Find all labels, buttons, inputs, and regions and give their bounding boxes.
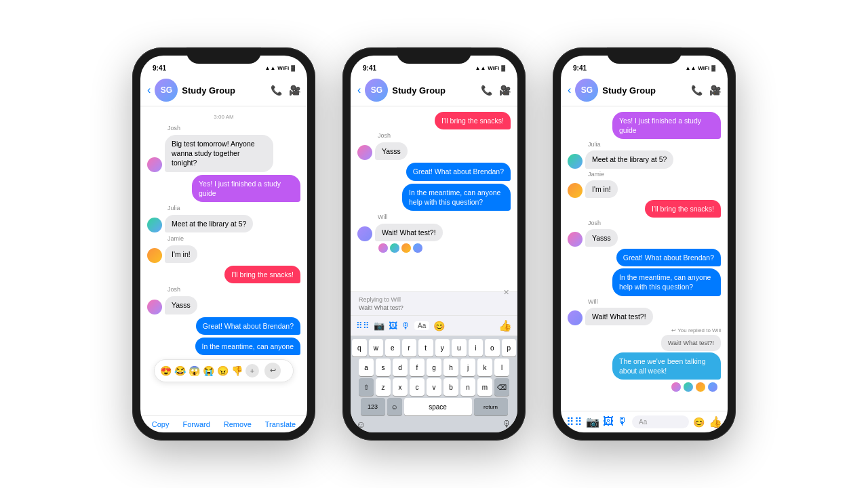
key-p[interactable]: p [502,339,517,357]
video-icon-3[interactable]: 🎥 [709,85,721,96]
key-delete[interactable]: ⌫ [494,378,509,396]
keyboard-2[interactable]: q w e r t y u i o p a s d [351,336,517,432]
message-input-3[interactable]: Aa [632,415,689,428]
reaction-angry[interactable]: 😠 [217,365,229,376]
camera-icon-3[interactable]: 📷 [586,415,599,428]
bubble-2: Yes! I just finished a study guide [192,175,300,202]
apps-icon-3[interactable]: ⠿⠿ [566,415,583,428]
kb-apps-icon[interactable]: ⠿⠿ [356,321,370,331]
key-emoji-kb[interactable]: ☺ [387,398,402,415]
key-n[interactable]: n [460,378,475,396]
key-i[interactable]: i [469,339,484,357]
key-b[interactable]: b [443,378,458,396]
key-k[interactable]: k [477,359,492,376]
thumbsup-send-3[interactable]: 👍 [709,415,722,428]
key-h[interactable]: h [443,359,458,376]
key-u[interactable]: u [452,339,467,357]
reaction-thumbsdown[interactable]: 👎 [231,365,243,376]
status-icons-1: ▲▲ WiFi ▓ [265,65,296,71]
messages-3: Yes! I just finished a study guide Julia… [561,106,728,411]
key-v[interactable]: v [427,378,441,396]
context-translate[interactable]: Translate [265,420,296,428]
phone-icon-2[interactable]: 📞 [481,85,492,96]
key-o[interactable]: o [485,339,500,357]
back-button-1[interactable]: ‹ [147,84,151,96]
image-icon-3[interactable]: 🖼 [603,415,614,428]
bubble-p3: Great! What about Brendan? [406,163,511,180]
context-copy[interactable]: Copy [152,420,170,428]
video-icon-2[interactable]: 🎥 [499,85,511,96]
phone-2: 9:41 ▲▲ WiFi ▓ ‹ SG Study Group 📞 🎥 [342,47,526,441]
kb-rows: q w e r t y u i o p a s d [351,336,517,415]
kb-camera-icon[interactable]: 📷 [374,321,384,331]
phone-icon-1[interactable]: 📞 [271,85,282,96]
phone-2-screen: 9:41 ▲▲ WiFi ▓ ‹ SG Study Group 📞 🎥 [351,56,517,432]
kb-mic-icon[interactable]: 🎙 [401,321,410,331]
key-space[interactable]: space [404,398,472,415]
key-a[interactable]: a [359,359,374,376]
battery-icon-1: ▓ [291,65,295,71]
signal-icon-2: ▲▲ [475,65,486,71]
reaction-more[interactable]: + [245,364,259,378]
msg-row-7: Great! What about Brendan? [147,317,300,335]
back-button-2[interactable]: ‹ [357,84,361,96]
phone-icon-3[interactable]: 📞 [691,85,703,96]
key-m[interactable]: m [477,378,492,396]
key-shift[interactable]: ⇧ [359,378,374,396]
key-x[interactable]: x [393,378,408,396]
gr-avatar-2 [389,243,400,253]
avatar-jamie-t1 [568,183,583,198]
gr-avatar-4 [412,243,423,253]
key-z[interactable]: z [376,378,391,396]
key-f[interactable]: f [410,359,425,376]
sender-will-t1: Will [588,298,721,305]
kb-thumbsup-button[interactable]: 👍 [498,319,512,332]
key-r[interactable]: r [402,339,417,357]
gr-avatar-1 [378,243,389,253]
avatar-julia-1 [147,218,162,232]
msg-row-t9: ↩ You replied to Will Wait! What test?! … [568,327,721,380]
key-c[interactable]: c [410,378,425,396]
reaction-cry[interactable]: 😭 [203,365,214,376]
key-return[interactable]: return [474,398,508,415]
bubble-p5: Wait! What test?! [375,224,443,241]
video-icon-1[interactable]: 🎥 [289,85,300,96]
msg-row-2: Yes! I just finished a study guide [147,175,300,202]
reply-banner-preview: Wait! What test? [359,304,509,311]
key-123[interactable]: 123 [361,398,385,415]
reaction-laugh[interactable]: 😂 [174,365,186,376]
bubble-t9: The one we've been talking about all wee… [612,352,721,380]
context-menu-1: Copy Forward Remove Translate [140,415,307,432]
mic-icon-3[interactable]: 🎙 [617,415,628,428]
key-s[interactable]: s [376,359,391,376]
emoji-input-icon-3[interactable]: 😊 [693,417,705,428]
reaction-love[interactable]: 😍 [160,365,172,376]
kb-mic-bottom[interactable]: 🎙 [502,419,512,430]
reply-close-button[interactable]: ✕ [503,288,509,297]
sender-will-p1: Will [378,214,511,220]
kb-image-icon[interactable]: 🖼 [389,321,397,331]
kb-emoji-button[interactable]: 😊 [433,321,445,331]
kb-emoji-bottom[interactable]: ☺ [356,419,366,430]
reaction-reply[interactable]: ↩ [264,363,281,379]
back-button-3[interactable]: ‹ [568,84,571,96]
signal-icon-3: ▲▲ [686,65,696,71]
msg-row-t6: Great! What about Brendan? [568,249,721,266]
key-l[interactable]: l [494,359,509,376]
key-j[interactable]: j [460,359,475,376]
key-q[interactable]: q [352,339,367,357]
context-remove[interactable]: Remove [224,420,252,428]
key-y[interactable]: y [435,339,450,357]
kb-aa-button[interactable]: Aa [414,321,429,330]
bubble-t3: I'm in! [585,180,618,198]
key-w[interactable]: w [369,339,384,357]
reaction-wow[interactable]: 😱 [189,365,200,376]
key-t[interactable]: t [418,339,433,357]
bubble-8: In the meantime, can anyone [195,338,300,355]
key-e[interactable]: e [385,339,400,357]
gr3-avatar-1 [671,382,682,392]
kb-row-1: q w e r t y u i o p [352,339,516,357]
context-forward[interactable]: Forward [182,420,210,428]
key-d[interactable]: d [393,359,408,376]
key-g[interactable]: g [427,359,441,376]
